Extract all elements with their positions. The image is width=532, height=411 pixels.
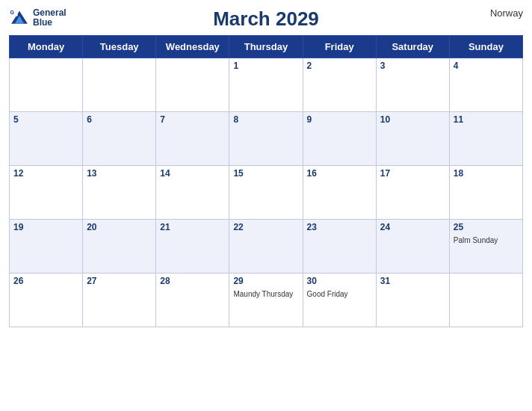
day-number: 27 <box>87 276 152 286</box>
calendar-country: Norway <box>490 7 523 19</box>
day-number: 3 <box>380 61 445 71</box>
calendar-body: 1234567891011121314151617181920212223242… <box>10 58 523 327</box>
calendar-cell <box>449 274 522 327</box>
day-number: 20 <box>87 222 152 232</box>
calendar-cell: 1 <box>229 58 303 112</box>
calendar-cell: 30Good Friday <box>303 274 376 327</box>
day-number: 6 <box>87 114 152 125</box>
day-number: 7 <box>160 114 225 125</box>
calendar-title: March 2029 <box>213 7 319 31</box>
day-number: 12 <box>13 168 78 179</box>
header-monday: Monday <box>10 36 83 58</box>
header-thursday: Thursday <box>229 36 303 58</box>
day-number: 18 <box>454 168 519 179</box>
calendar-cell: 29Maundy Thursday <box>229 274 303 327</box>
calendar-cell: 18 <box>449 166 522 220</box>
calendar-cell: 24 <box>376 220 449 274</box>
day-number: 13 <box>87 168 152 179</box>
calendar-cell: 4 <box>449 58 522 112</box>
day-number: 24 <box>380 222 445 232</box>
calendar-cell: 21 <box>156 220 229 274</box>
calendar-header: G General Blue March 2029 Norway <box>9 7 523 31</box>
calendar-cell <box>10 58 83 112</box>
calendar-week-row-5: 26272829Maundy Thursday30Good Friday31 <box>10 274 523 327</box>
calendar-cell: 11 <box>449 112 522 166</box>
calendar-cell: 25Palm Sunday <box>449 220 522 274</box>
calendar-cell: 5 <box>10 112 83 166</box>
day-number: 10 <box>380 114 445 125</box>
day-number: 22 <box>233 222 298 232</box>
calendar-week-row-3: 12131415161718 <box>10 166 523 220</box>
calendar-cell: 7 <box>156 112 229 166</box>
logo-area: G General Blue <box>9 7 66 28</box>
day-number: 25 <box>454 222 519 232</box>
day-number: 26 <box>13 276 78 286</box>
day-number: 16 <box>307 168 372 179</box>
header-sunday: Sunday <box>449 36 522 58</box>
header-saturday: Saturday <box>376 36 449 58</box>
calendar-week-row-2: 567891011 <box>10 112 523 166</box>
calendar-cell <box>83 58 156 112</box>
calendar-cell: 27 <box>83 274 156 327</box>
calendar-cell: 23 <box>303 220 376 274</box>
day-number: 28 <box>160 276 225 286</box>
calendar-table: Monday Tuesday Wednesday Thursday Friday… <box>9 35 523 327</box>
day-number: 4 <box>454 61 519 71</box>
calendar-cell: 31 <box>376 274 449 327</box>
calendar-cell: 26 <box>10 274 83 327</box>
calendar-cell: 10 <box>376 112 449 166</box>
day-number: 31 <box>380 276 445 286</box>
calendar-cell: 13 <box>83 166 156 220</box>
calendar-week-row-4: 19202122232425Palm Sunday <box>10 220 523 274</box>
header-tuesday: Tuesday <box>83 36 156 58</box>
header-wednesday: Wednesday <box>156 36 229 58</box>
day-event: Good Friday <box>307 290 348 298</box>
calendar-cell: 12 <box>10 166 83 220</box>
calendar-week-row-1: 1234 <box>10 58 523 112</box>
calendar-cell: 17 <box>376 166 449 220</box>
day-number: 19 <box>13 222 78 232</box>
day-number: 30 <box>307 276 372 286</box>
day-number: 5 <box>13 114 78 125</box>
logo-text: General Blue <box>33 8 66 28</box>
calendar-cell: 20 <box>83 220 156 274</box>
calendar-cell: 15 <box>229 166 303 220</box>
calendar-cell: 3 <box>376 58 449 112</box>
day-number: 11 <box>454 114 519 125</box>
header-friday: Friday <box>303 36 376 58</box>
calendar-cell: 9 <box>303 112 376 166</box>
day-number: 29 <box>233 276 298 286</box>
generalblue-logo-icon: G <box>9 7 30 28</box>
calendar-cell: 8 <box>229 112 303 166</box>
day-event: Palm Sunday <box>454 236 498 244</box>
svg-text:G: G <box>10 10 15 15</box>
calendar-cell: 6 <box>83 112 156 166</box>
day-number: 21 <box>160 222 225 232</box>
calendar-cell: 28 <box>156 274 229 327</box>
day-number: 14 <box>160 168 225 179</box>
calendar-cell: 14 <box>156 166 229 220</box>
day-number: 17 <box>380 168 445 179</box>
day-number: 9 <box>307 114 372 125</box>
day-number: 23 <box>307 222 372 232</box>
weekday-header-row: Monday Tuesday Wednesday Thursday Friday… <box>10 36 523 58</box>
day-event: Maundy Thursday <box>233 290 293 298</box>
calendar-cell: 22 <box>229 220 303 274</box>
day-number: 1 <box>233 61 298 71</box>
calendar-cell: 16 <box>303 166 376 220</box>
day-number: 2 <box>307 61 372 71</box>
calendar-cell <box>156 58 229 112</box>
day-number: 8 <box>233 114 298 125</box>
calendar-container: G General Blue March 2029 Norway Monday … <box>0 0 532 411</box>
day-number: 15 <box>233 168 298 179</box>
calendar-cell: 19 <box>10 220 83 274</box>
calendar-cell: 2 <box>303 58 376 112</box>
